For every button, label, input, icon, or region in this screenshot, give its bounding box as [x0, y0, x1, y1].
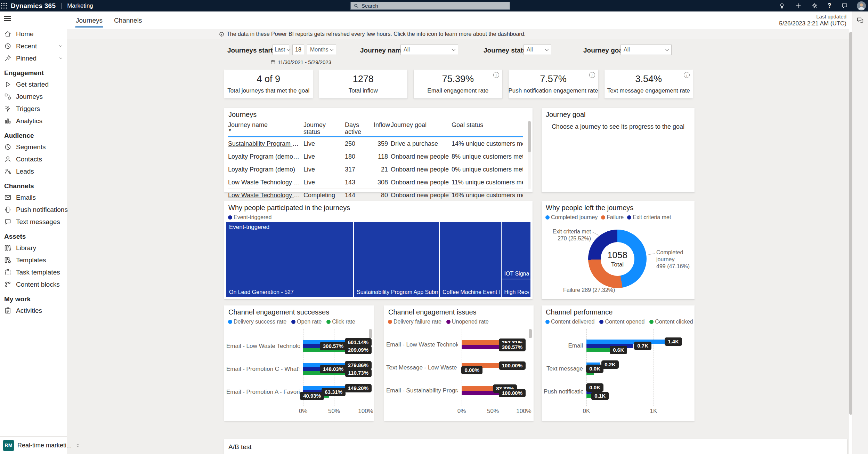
column-header[interactable]: Journey name▼ [228, 120, 303, 136]
sidebar-item-recent[interactable]: Recent [0, 40, 67, 52]
legend-item[interactable]: Content opened [599, 319, 644, 325]
help-icon[interactable]: ? [827, 2, 832, 10]
legend-item[interactable]: Event-triggered [228, 214, 271, 221]
sidebar-item-pinned[interactable]: Pinned [0, 52, 67, 64]
sidebar-item-segments[interactable]: Segments [0, 141, 67, 153]
legend-item[interactable]: Unopened rate [446, 319, 489, 325]
settings-gear-icon[interactable] [811, 2, 818, 10]
table-row[interactable]: Low Waste Technology (ect)Live143308Onbo… [228, 176, 523, 189]
axis-tick-label: 0% [457, 408, 466, 415]
journey-name-link[interactable]: Low Waste Technology (ect) [228, 189, 303, 201]
journey-name-link[interactable]: Loyalty Program (demo) [228, 163, 303, 176]
sidebar-item-content-blocks[interactable]: Content blocks [0, 278, 67, 290]
table-row[interactable]: Loyalty Program (demo-live)Live180118Onb… [228, 150, 523, 163]
sidebar-item-get-started[interactable]: Get started [0, 78, 67, 90]
journey-goal-select[interactable]: All [620, 45, 672, 55]
sidebar-item-activities[interactable]: Activities [0, 304, 67, 317]
legend-item[interactable]: Content delivered [545, 319, 594, 325]
legend-label: Open rate [297, 319, 322, 325]
environment-switcher[interactable]: RM Real-time marketi... [0, 436, 67, 454]
legend-item[interactable]: Failure [601, 214, 624, 221]
journey-name-link[interactable]: Low Waste Technology (ect) [228, 176, 303, 189]
tab-journeys[interactable]: Journeys [76, 11, 103, 29]
column-header[interactable]: Goal status [452, 120, 523, 136]
sidebar-item-emails[interactable]: Emails [0, 191, 67, 204]
table-row[interactable]: Sustainability Program (cxt)(Li...Live25… [228, 137, 523, 150]
legend-item[interactable]: Click rate [326, 319, 355, 325]
journey-name-link[interactable]: Sustainability Program (cxt)(Li... [228, 137, 303, 150]
legend-item[interactable]: Content clicked [649, 319, 693, 325]
treemap-cell[interactable]: IOT Signal Re... [502, 222, 530, 279]
journeys-starting-unit-select[interactable]: Months [307, 45, 336, 55]
treemap-cell[interactable]: High Recency... [502, 279, 530, 297]
sidebar-item-templates[interactable]: Templates [0, 254, 67, 266]
add-icon[interactable] [794, 2, 802, 10]
app-name[interactable]: Marketing [67, 2, 93, 9]
table-row[interactable]: Low Waste Technology (ect)Completing1448… [228, 189, 523, 201]
table-cell: 359 [374, 137, 391, 150]
treemap-cell[interactable]: Coffee Machine Event Registr... [440, 222, 501, 297]
legend-item[interactable]: Exit criteria met [627, 214, 671, 221]
sidebar-item-home[interactable]: Home [0, 28, 67, 40]
column-header[interactable]: Inflow [374, 120, 391, 136]
column-header[interactable]: Days active [345, 120, 374, 136]
brand-title: Dynamics 365 [11, 2, 56, 10]
donut-total-value: 1058 [607, 250, 627, 261]
successes-title: Channel engagement successes [228, 308, 329, 316]
legend-item[interactable]: Delivery failure rate [388, 319, 441, 325]
journey-status-select[interactable]: All [524, 45, 551, 55]
menu-toggle-icon[interactable] [4, 16, 11, 21]
donut-chart[interactable]: 1058 Total [588, 230, 647, 288]
sidebar-item-leads[interactable]: Leads [0, 165, 67, 177]
sidebar-item-task-templates[interactable]: Task templates [0, 266, 67, 278]
app-launcher-icon[interactable] [0, 2, 8, 10]
legend-item[interactable]: Open rate [291, 319, 322, 325]
journey-exit-donut-panel: Why people left the journeys Completed j… [542, 201, 695, 299]
user-avatar[interactable] [857, 1, 866, 10]
sidebar-item-journeys[interactable]: Journeys [0, 90, 67, 103]
feedback-chat-icon[interactable] [857, 16, 864, 24]
legend-item[interactable]: Completed journey [545, 214, 598, 221]
sidebar-item-library[interactable]: Library [0, 242, 67, 254]
home-icon [4, 30, 11, 38]
donut-total-label: Total [611, 261, 624, 268]
axis-tick-label: 100% [516, 408, 531, 415]
table-row[interactable]: Loyalty Program (demo)Live31721Onboard n… [228, 163, 523, 176]
chart-legend: Delivery failure rateUnopened rate [388, 319, 489, 325]
chart-scrollbar[interactable] [529, 329, 532, 406]
sidebar-item-text-messages[interactable]: Text messages [0, 216, 67, 228]
axis-tick-label: 100% [358, 408, 373, 415]
journeys-starting-range-type-select[interactable]: Last [273, 45, 289, 55]
banner-text: The data in these Power BI reports gets … [227, 31, 526, 37]
treemap-cell[interactable]: Event-triggeredOn Lead Generation - 527 [226, 222, 353, 297]
leads-icon [4, 168, 11, 175]
lightbulb-icon[interactable] [778, 2, 786, 10]
search-input[interactable]: Search [350, 2, 510, 10]
sidebar-item-push-notifications[interactable]: Push notifications [0, 204, 67, 216]
journey-name-select[interactable]: All [400, 45, 458, 55]
sidebar-item-triggers[interactable]: Triggers [0, 103, 67, 115]
column-header[interactable]: Journey status [303, 120, 345, 136]
journeys-starting-value-input[interactable]: 18 [292, 45, 304, 55]
chat-icon[interactable] [841, 2, 848, 10]
date-range: 11/30/2021 - 5/29/2023 [270, 59, 331, 65]
email-icon [4, 194, 11, 201]
tab-channels[interactable]: Channels [114, 11, 142, 29]
info-icon[interactable]: i [589, 72, 595, 78]
data-label: 279.86% [345, 361, 372, 369]
kpi-label: Email engagement rate [427, 87, 488, 94]
legend-item[interactable]: Delivery success rate [228, 319, 286, 325]
table-scrollbar[interactable] [528, 121, 531, 189]
column-header[interactable]: Journey goal [391, 120, 452, 136]
info-icon[interactable] [219, 32, 224, 37]
journey-name-link[interactable]: Loyalty Program (demo-live) [228, 150, 303, 163]
info-icon[interactable]: i [684, 72, 690, 78]
sidebar-item-contacts[interactable]: Contacts [0, 153, 67, 165]
legend-label: Failure [607, 214, 624, 221]
last-updated-value: 5/26/2023 2:21 AM (UTC) [779, 20, 846, 27]
legend-label: Completed journey [551, 214, 598, 221]
info-icon[interactable]: i [493, 72, 499, 78]
data-label: 110.73% [345, 369, 372, 377]
treemap-cell[interactable]: Sustainability Program App Submitted - 3… [354, 222, 439, 297]
sidebar-item-analytics[interactable]: Analytics [0, 115, 67, 127]
